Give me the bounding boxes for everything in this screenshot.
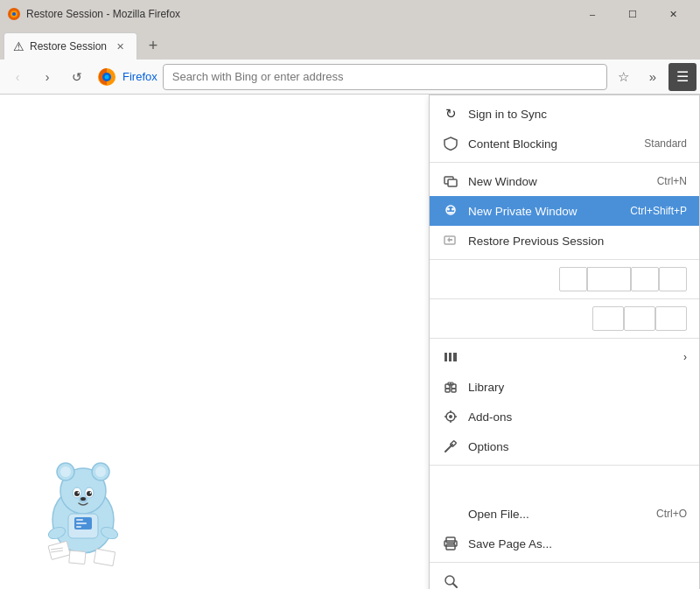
sign-in-sync-label: Sign in to Sync <box>468 108 687 121</box>
options-label: Add-ons <box>468 410 687 424</box>
svg-point-10 <box>60 466 71 477</box>
separator-4 <box>430 338 699 339</box>
maximize-button[interactable]: ☐ <box>612 0 653 28</box>
menu-item-find[interactable] <box>430 566 699 589</box>
options-icon <box>442 408 459 425</box>
new-window-shortcut: Ctrl+N <box>657 175 687 187</box>
new-window-icon <box>442 172 459 190</box>
menu-item-content-blocking[interactable]: Content Blocking Standard <box>430 129 699 158</box>
customize-label: Options <box>468 440 687 453</box>
save-page-label: Open File... <box>468 508 639 521</box>
menu-item-print[interactable]: Save Page As... <box>430 529 699 558</box>
tab-title: Restore Session <box>30 40 107 53</box>
private-window-icon <box>442 202 459 220</box>
titlebar: Restore Session - Mozilla Firefox – ☐ ✕ <box>0 0 700 28</box>
close-button[interactable]: ✕ <box>653 0 693 28</box>
zoom-plus-button[interactable] <box>631 267 659 291</box>
print-icon <box>442 535 459 552</box>
library-arrow: › <box>683 351 687 363</box>
svg-point-19 <box>80 497 86 501</box>
svg-rect-39 <box>449 353 452 361</box>
svg-point-5 <box>105 74 109 79</box>
svg-rect-43 <box>445 389 450 392</box>
separator-6 <box>430 562 699 563</box>
page-content: Sorry. We're havingtrouble getting yourp… <box>0 95 700 589</box>
content-blocking-label: Content Blocking <box>468 137 644 151</box>
minimize-button[interactable]: – <box>572 0 612 28</box>
bookmark-star-button[interactable]: ☆ <box>609 63 637 91</box>
menu-item-restore-session[interactable]: Restore Previous Session <box>430 226 699 256</box>
zoom-fullscreen-button[interactable] <box>659 267 687 291</box>
menu-item-save-page[interactable]: Open File... Ctrl+O <box>430 499 699 529</box>
content-blocking-standard: Standard <box>644 137 687 150</box>
restore-session-label: Restore Previous Session <box>468 235 687 248</box>
svg-rect-44 <box>452 389 456 392</box>
paste-button[interactable] <box>655 306 687 331</box>
firefox-logo <box>96 67 117 88</box>
new-private-window-label: New Private Window <box>468 205 612 218</box>
tab-favicon: ⚠ <box>13 39 24 53</box>
svg-line-60 <box>453 584 457 587</box>
save-page-icon <box>442 505 459 522</box>
separator-3 <box>430 298 699 299</box>
svg-rect-22 <box>76 519 83 521</box>
svg-rect-40 <box>453 353 457 361</box>
svg-rect-29 <box>69 550 86 564</box>
active-tab[interactable]: ⚠ Restore Session ✕ <box>4 32 137 60</box>
menu-item-addons[interactable]: Library <box>430 372 699 402</box>
svg-rect-54 <box>450 440 456 446</box>
addons-label: Library <box>468 381 669 394</box>
svg-point-15 <box>87 491 92 496</box>
separator-1 <box>430 162 699 163</box>
new-tab-button[interactable]: + <box>141 33 165 58</box>
save-page-shortcut: Ctrl+O <box>656 508 687 520</box>
restore-session-icon <box>442 232 459 249</box>
sync-icon: ↻ <box>442 105 459 123</box>
svg-rect-28 <box>94 549 115 566</box>
separator-2 <box>430 259 699 260</box>
svg-point-14 <box>74 491 80 496</box>
svg-point-17 <box>90 492 92 494</box>
bear-svg <box>26 454 140 568</box>
svg-rect-24 <box>76 526 81 528</box>
reload-button[interactable]: ↺ <box>63 63 91 91</box>
menu-item-open-file[interactable] <box>430 469 699 499</box>
zoom-row <box>430 263 699 295</box>
open-file-icon <box>442 475 459 493</box>
firefox-label: Firefox <box>122 70 158 83</box>
dropdown-menu: ↻ Sign in to Sync Content Blocking Stand… <box>429 95 700 589</box>
back-button[interactable]: ‹ <box>4 63 32 91</box>
cut-button[interactable] <box>592 306 624 331</box>
menu-item-customize[interactable]: Options <box>430 431 699 461</box>
svg-rect-55 <box>446 537 455 543</box>
svg-point-16 <box>78 492 80 494</box>
copy-button[interactable] <box>624 306 655 331</box>
print-label: Save Page As... <box>468 537 687 550</box>
shield-icon <box>442 135 459 152</box>
menu-item-new-private-window[interactable]: New Private Window Ctrl+Shift+P <box>430 196 699 226</box>
url-bar[interactable] <box>163 64 607 90</box>
svg-rect-33 <box>448 179 457 186</box>
forward-button[interactable]: › <box>33 63 61 91</box>
svg-rect-56 <box>446 544 455 550</box>
menu-item-library[interactable]: › <box>430 342 699 372</box>
customize-icon <box>442 438 459 455</box>
separator-5 <box>430 465 699 466</box>
hamburger-menu-button[interactable]: ☰ <box>668 63 696 91</box>
svg-rect-27 <box>48 541 70 559</box>
svg-point-36 <box>452 208 454 211</box>
window-title: Restore Session - Mozilla Firefox <box>26 8 572 20</box>
menu-item-options[interactable]: Add-ons <box>430 402 699 431</box>
tab-close-button[interactable]: ✕ <box>112 39 128 54</box>
menu-item-sign-in-sync[interactable]: ↻ Sign in to Sync <box>430 99 699 129</box>
zoom-minus-button[interactable] <box>559 267 587 291</box>
menu-item-new-window[interactable]: New Window Ctrl+N <box>430 166 699 196</box>
addons-icon <box>442 378 459 396</box>
firefox-titlebar-icon <box>7 7 21 21</box>
svg-point-48 <box>449 415 452 418</box>
extensions-button[interactable]: » <box>639 63 667 91</box>
bear-illustration <box>26 454 140 571</box>
library-icon <box>442 348 459 366</box>
svg-point-35 <box>447 208 450 211</box>
new-private-window-shortcut: Ctrl+Shift+P <box>630 205 687 217</box>
